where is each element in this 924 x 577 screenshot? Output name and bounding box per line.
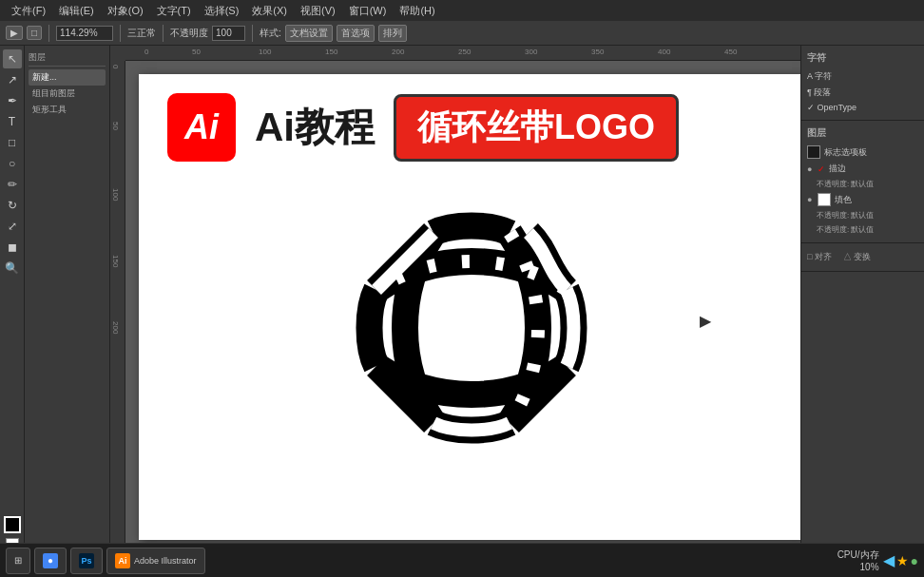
layer-3-name: 填色 — [835, 194, 918, 206]
menu-file[interactable]: 文件(F) — [6, 2, 51, 20]
sidebar-title: 图层 — [29, 49, 106, 67]
tray-icon-2: ★ — [896, 553, 909, 568]
menu-object[interactable]: 对象(O) — [102, 2, 149, 20]
layer-1-swatch — [807, 145, 820, 159]
left-sidebar: 图层 新建... 组目前图层 矩形工具 — [25, 46, 110, 556]
main-layout: ↖ ↗ ✒ T □ ○ ✏ ↻ ⤢ ◼ 🔍 图层 新建... 组目前图层 矩形工… — [0, 46, 924, 556]
canvas-area[interactable]: 0 50 100 150 200 250 300 350 400 450 0 5… — [110, 46, 800, 556]
doc-setup-btn[interactable]: 文档设置 — [285, 25, 333, 42]
layer-row-1[interactable]: 标志选项板 — [807, 144, 918, 161]
rotate-tool[interactable]: ↻ — [3, 196, 22, 215]
layer-3-sub-1: 不透明度: 默认值 — [817, 208, 918, 222]
ai-logo-icon: Ai — [167, 93, 236, 162]
menu-effect[interactable]: 效果(X) — [246, 2, 293, 20]
document-canvas: Ai Ai教程 循环丝带LOGO .ribbon-path { fill: no… — [139, 74, 800, 540]
layer-opacity-2: 不透明度: 默认值 — [817, 210, 874, 221]
toolbar-sep-4 — [252, 25, 253, 42]
transform-label: △ 变换 — [843, 251, 872, 263]
layer-3-visibility: ● — [807, 195, 812, 204]
scale-tool[interactable]: ⤢ — [3, 217, 22, 236]
fill-swatch[interactable] — [4, 516, 21, 533]
toolbar-sep-2 — [120, 25, 121, 42]
toolbar-sep-3 — [163, 25, 164, 42]
layer-row-2[interactable]: ● ✓ 描边 — [807, 161, 918, 177]
tools-panel: ↖ ↗ ✒ T □ ○ ✏ ↻ ⤢ ◼ 🔍 — [0, 46, 25, 556]
sidebar-item-3[interactable]: 矩形工具 — [29, 102, 106, 118]
sidebar-item-2[interactable]: 组目前图层 — [29, 86, 106, 102]
menu-window[interactable]: 窗口(W) — [343, 2, 393, 20]
transparency-label: 不透明度 — [170, 27, 208, 40]
layer-row-3[interactable]: ● 填色 — [807, 191, 918, 208]
layer-3-sub-2: 不透明度: 默认值 — [807, 222, 918, 237]
open-btn[interactable]: □ — [27, 26, 42, 40]
taskbar-cpu: CPU/内存 — [837, 548, 879, 562]
right-panel-char-title: 字符 — [807, 51, 918, 65]
layer-3-sub-3: 不透明度: 默认值 — [817, 222, 918, 237]
rect-tool[interactable]: □ — [3, 133, 22, 152]
opacity-input[interactable] — [212, 26, 245, 41]
taskbar-tray: ◀ ★ ● — [883, 551, 918, 569]
layer-2-check: ✓ — [818, 164, 825, 174]
layer-2-sub: 不透明度: 默认值 — [807, 177, 918, 191]
right-panel-char: 字符 A 字符 ¶ 段落 ✓ OpenType — [801, 46, 924, 121]
ps-icon: Ps — [79, 553, 94, 568]
start-btn[interactable]: ⊞ — [6, 548, 30, 574]
brush-tool[interactable]: ✏ — [3, 175, 22, 194]
taskbar-time: 10% — [860, 562, 879, 572]
chrome-icon: ● — [43, 553, 58, 568]
layer-2-sub-1: 不透明度: 默认值 — [817, 177, 918, 191]
menu-bar: 文件(F) 编辑(E) 对象(O) 文字(T) 选择(S) 效果(X) 视图(V… — [0, 0, 924, 21]
ai-taskbar-icon: Ai — [115, 553, 130, 568]
baseline-btn[interactable]: 首选项 — [337, 25, 375, 42]
pen-tool[interactable]: ✒ — [3, 91, 22, 110]
menu-help[interactable]: 帮助(H) — [394, 2, 440, 20]
sidebar-item-1[interactable]: 新建... — [29, 69, 106, 86]
arrange-btn[interactable]: 排列 — [378, 25, 407, 42]
chrome-btn[interactable]: ● — [34, 548, 67, 574]
ps-btn[interactable]: Ps — [70, 548, 103, 574]
ai-logo-text: Ai — [184, 107, 219, 147]
layer-opacity-1: 不透明度: 默认值 — [817, 179, 874, 189]
ai-btn[interactable]: Ai Adobe Illustrator — [106, 548, 205, 574]
menu-view[interactable]: 视图(V) — [295, 2, 341, 20]
direct-select-tool[interactable]: ↗ — [3, 70, 22, 89]
gradient-tool[interactable]: ◼ — [3, 238, 22, 257]
new-btn[interactable]: ▶ — [6, 26, 23, 40]
layer-2-name: 描边 — [829, 163, 918, 175]
right-panel-align: □ 对齐 △ 变换 — [801, 243, 924, 272]
layer-3-sub: 不透明度: 默认值 — [807, 208, 918, 222]
style-label: 样式: — [260, 27, 281, 40]
select-tool[interactable]: ↖ — [3, 49, 22, 68]
text-tool[interactable]: T — [3, 112, 22, 131]
badge-text: 循环丝带LOGO — [417, 107, 655, 146]
taskbar-right: CPU/内存 10% — [837, 548, 879, 572]
view-mode-label: 三正常 — [127, 27, 156, 40]
toolbar: ▶ □ 三正常 不透明度 样式: 文档设置 首选项 排列 — [0, 21, 924, 46]
tray-icon-1: ◀ — [883, 551, 895, 569]
align-row: □ 对齐 △ 变换 — [807, 249, 918, 265]
layer-opacity-3: 不透明度: 默认值 — [817, 224, 874, 235]
red-badge: 循环丝带LOGO — [394, 94, 679, 162]
layer-1-name: 标志选项板 — [824, 146, 918, 159]
canvas-title: Ai教程 — [255, 101, 375, 154]
ruler-corner — [110, 46, 125, 61]
ribbon-logo-svg: .ribbon-path { fill: none; stroke: black… — [324, 181, 619, 475]
zoom-input[interactable] — [56, 26, 113, 41]
ellipse-tool[interactable]: ○ — [3, 154, 22, 173]
taskbar: ⊞ ● Ps Ai Adobe Illustrator CPU/内存 10% ◀… — [0, 543, 924, 577]
zoom-tool[interactable]: 🔍 — [3, 259, 22, 278]
char-row-3: ✓ OpenType — [807, 101, 918, 114]
menu-text[interactable]: 文字(T) — [151, 2, 197, 20]
right-panel-layers: 图层 标志选项板 ● ✓ 描边 不透明度: 默认值 ● 填色 — [801, 121, 924, 243]
align-label: □ 对齐 — [807, 251, 832, 263]
ruler-vertical: 0 50 100 150 200 — [110, 46, 125, 556]
menu-select[interactable]: 选择(S) — [199, 2, 245, 20]
char-row-2: ¶ 段落 — [807, 85, 918, 101]
canvas-header: Ai Ai教程 循环丝带LOGO — [139, 74, 800, 171]
ai-taskbar-label: Adobe Illustrator — [134, 556, 197, 566]
menu-edit[interactable]: 编辑(E) — [53, 2, 100, 20]
logo-container: .ribbon-path { fill: none; stroke: black… — [139, 181, 800, 475]
ruler-horizontal: 0 50 100 150 200 250 300 350 400 450 — [125, 46, 800, 61]
char-row-1: A 字符 — [807, 68, 918, 85]
layer-3-swatch — [818, 193, 831, 206]
